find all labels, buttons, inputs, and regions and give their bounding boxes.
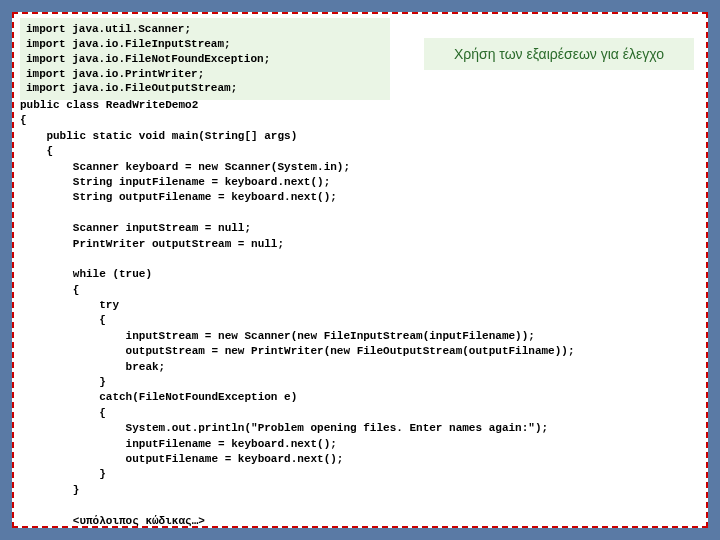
callout-box: Χρήση των εξαιρέσεων για έλεγχο bbox=[424, 38, 694, 70]
import-line: import java.io.FileOutputStream; bbox=[26, 81, 384, 96]
import-line: import java.io.PrintWriter; bbox=[26, 67, 384, 82]
code-body: public class ReadWriteDemo2 { public sta… bbox=[20, 98, 700, 540]
callout-text: Χρήση των εξαιρέσεων για έλεγχο bbox=[454, 46, 664, 62]
import-line: import java.util.Scanner; bbox=[26, 22, 384, 37]
slide-frame: import java.util.Scanner; import java.io… bbox=[12, 12, 708, 528]
import-line: import java.io.FileInputStream; bbox=[26, 37, 384, 52]
import-line: import java.io.FileNotFoundException; bbox=[26, 52, 384, 67]
imports-box: import java.util.Scanner; import java.io… bbox=[20, 18, 390, 100]
